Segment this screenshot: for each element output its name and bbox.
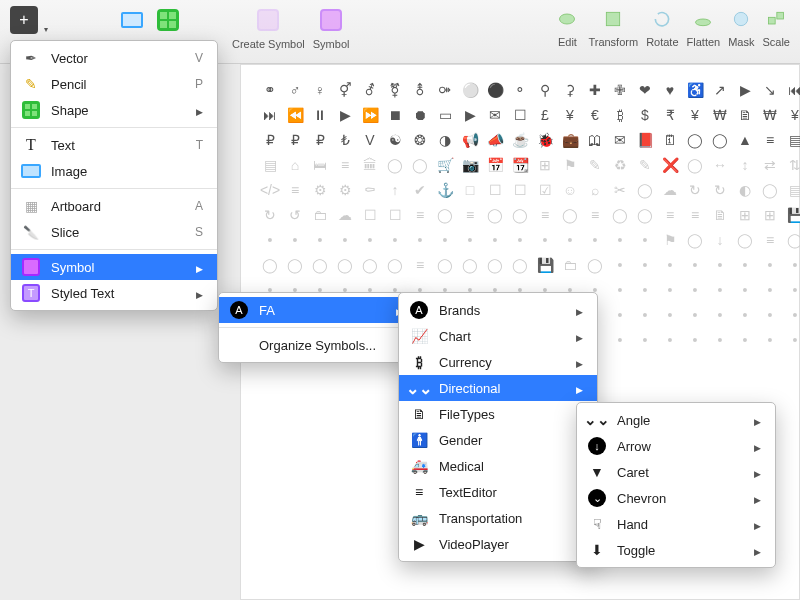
icon-cell[interactable]: • bbox=[609, 279, 631, 301]
icon-cell[interactable]: • bbox=[434, 229, 456, 251]
icon-cell[interactable]: • bbox=[734, 279, 756, 301]
icon-cell[interactable]: 🗀 bbox=[559, 254, 581, 276]
icon-cell[interactable]: ↕ bbox=[734, 154, 756, 176]
create-symbol-button[interactable]: Create Symbol bbox=[232, 6, 305, 50]
icon-cell[interactable]: ❤ bbox=[634, 79, 656, 101]
icon-cell[interactable]: ⚦ bbox=[359, 79, 381, 101]
icon-cell[interactable]: $ bbox=[634, 104, 656, 126]
icon-cell[interactable]: • bbox=[459, 229, 481, 251]
icon-cell[interactable]: ↓ bbox=[709, 229, 731, 251]
icon-cell[interactable]: ⚬ bbox=[509, 79, 531, 101]
icon-cell[interactable]: 📕 bbox=[634, 129, 656, 151]
icon-cell[interactable]: 💾 bbox=[534, 254, 556, 276]
icon-cell[interactable]: ≡ bbox=[459, 204, 481, 226]
icon-cell[interactable]: ⚫ bbox=[484, 79, 506, 101]
icon-cell[interactable]: • bbox=[709, 329, 731, 351]
icon-cell[interactable]: ⚲ bbox=[534, 79, 556, 101]
icon-cell[interactable]: ⏹ bbox=[384, 104, 406, 126]
icon-cell[interactable]: ♀ bbox=[309, 79, 331, 101]
icon-cell[interactable]: • bbox=[609, 304, 631, 326]
icon-cell[interactable]: • bbox=[484, 229, 506, 251]
icon-cell[interactable]: ▶ bbox=[734, 79, 756, 101]
icon-cell[interactable]: ◯ bbox=[559, 204, 581, 226]
shape-tool[interactable] bbox=[154, 6, 182, 34]
menu-item-texteditor[interactable]: ≡TextEditor bbox=[399, 479, 597, 505]
icon-cell[interactable]: • bbox=[759, 279, 781, 301]
icon-cell[interactable]: ◯ bbox=[259, 254, 281, 276]
edit-button[interactable]: Edit bbox=[554, 6, 580, 48]
icon-cell[interactable]: ⊞ bbox=[734, 204, 756, 226]
icon-cell[interactable]: ↑ bbox=[384, 179, 406, 201]
icon-cell[interactable]: ⏭ bbox=[259, 104, 281, 126]
menu-item-hand[interactable]: ☟Hand bbox=[577, 511, 775, 537]
icon-cell[interactable]: ☐ bbox=[384, 204, 406, 226]
icon-cell[interactable]: 🗓 bbox=[659, 129, 681, 151]
icon-cell[interactable]: ☑ bbox=[534, 179, 556, 201]
menu-item-chevron[interactable]: ⌄Chevron bbox=[577, 485, 775, 511]
icon-cell[interactable]: □ bbox=[459, 179, 481, 201]
icon-cell[interactable]: • bbox=[684, 254, 706, 276]
menu-item-arrow[interactable]: ↓Arrow bbox=[577, 433, 775, 459]
icon-cell[interactable]: ₹ bbox=[659, 104, 681, 126]
icon-cell[interactable]: ₽ bbox=[259, 129, 281, 151]
icon-cell[interactable]: V bbox=[359, 129, 381, 151]
icon-cell[interactable]: ◯ bbox=[634, 179, 656, 201]
icon-cell[interactable]: ↺ bbox=[284, 204, 306, 226]
icon-cell[interactable]: ✚ bbox=[584, 79, 606, 101]
icon-cell[interactable]: ♻ bbox=[609, 154, 631, 176]
icon-cell[interactable]: ♥ bbox=[659, 79, 681, 101]
menu-item-medical[interactable]: 🚑Medical bbox=[399, 453, 597, 479]
menu-item-pencil[interactable]: PencilP bbox=[11, 71, 217, 97]
menu-item-transportation[interactable]: 🚌Transportation bbox=[399, 505, 597, 531]
icon-cell[interactable]: • bbox=[684, 329, 706, 351]
icon-cell[interactable]: • bbox=[609, 254, 631, 276]
icon-cell[interactable]: • bbox=[334, 229, 356, 251]
icon-cell[interactable]: ◯ bbox=[509, 254, 531, 276]
menu-item-artboard[interactable]: ArtboardA bbox=[11, 193, 217, 219]
icon-cell[interactable]: 🛏 bbox=[309, 154, 331, 176]
icon-cell[interactable]: ☐ bbox=[509, 104, 531, 126]
menu-item-toggle[interactable]: ⬇Toggle bbox=[577, 537, 775, 563]
icon-cell[interactable]: 💼 bbox=[559, 129, 581, 151]
icon-cell[interactable]: ≡ bbox=[584, 204, 606, 226]
icon-cell[interactable]: ☁ bbox=[334, 204, 356, 226]
icon-cell[interactable]: ◯ bbox=[384, 254, 406, 276]
icon-cell[interactable]: • bbox=[659, 304, 681, 326]
icon-cell[interactable]: ₽ bbox=[309, 129, 331, 151]
icon-cell[interactable]: ✉ bbox=[609, 129, 631, 151]
icon-cell[interactable]: ≡ bbox=[759, 129, 781, 151]
icon-cell[interactable]: ↔ bbox=[709, 154, 731, 176]
icon-cell[interactable]: ▭ bbox=[434, 104, 456, 126]
icon-cell[interactable]: ◯ bbox=[734, 229, 756, 251]
icon-cell[interactable]: ⏺ bbox=[409, 104, 431, 126]
icon-cell[interactable]: ◯ bbox=[634, 204, 656, 226]
icon-cell[interactable]: ▤ bbox=[784, 179, 800, 201]
icon-cell[interactable]: • bbox=[784, 279, 800, 301]
icon-cell[interactable]: ▤ bbox=[259, 154, 281, 176]
icon-cell[interactable]: ⚥ bbox=[334, 79, 356, 101]
icon-cell[interactable]: ⌂ bbox=[284, 154, 306, 176]
icon-cell[interactable]: • bbox=[759, 254, 781, 276]
icon-cell[interactable]: ◯ bbox=[359, 254, 381, 276]
icon-cell[interactable]: ◯ bbox=[684, 154, 706, 176]
icon-cell[interactable]: ◯ bbox=[509, 204, 531, 226]
icon-cell[interactable]: • bbox=[634, 229, 656, 251]
icon-cell[interactable]: • bbox=[784, 329, 800, 351]
icon-cell[interactable]: 🏛 bbox=[359, 154, 381, 176]
icon-cell[interactable]: ⏸ bbox=[309, 104, 331, 126]
icon-cell[interactable]: ⊞ bbox=[759, 204, 781, 226]
icon-cell[interactable]: • bbox=[709, 254, 731, 276]
menu-item-styled-text[interactable]: TStyled Text bbox=[11, 280, 217, 306]
icon-cell[interactable]: • bbox=[359, 229, 381, 251]
icon-cell[interactable]: ☐ bbox=[509, 179, 531, 201]
icon-cell[interactable]: 📣 bbox=[484, 129, 506, 151]
icon-cell[interactable]: ◯ bbox=[284, 254, 306, 276]
icon-cell[interactable]: 📅 bbox=[484, 154, 506, 176]
icon-cell[interactable]: ⚑ bbox=[559, 154, 581, 176]
icon-cell[interactable]: ◯ bbox=[709, 129, 731, 151]
menu-item-fa[interactable]: AFA bbox=[219, 297, 417, 323]
icon-cell[interactable]: ◯ bbox=[784, 229, 800, 251]
icon-cell[interactable]: • bbox=[734, 304, 756, 326]
icon-cell[interactable]: ◯ bbox=[434, 254, 456, 276]
icon-cell[interactable]: • bbox=[609, 329, 631, 351]
